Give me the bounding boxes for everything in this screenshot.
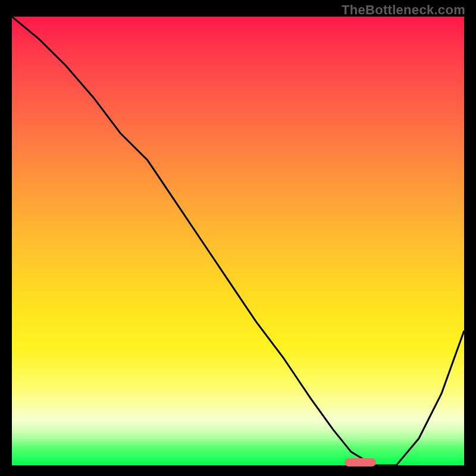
curve-svg bbox=[12, 17, 464, 465]
optimal-marker bbox=[345, 458, 376, 466]
watermark-text: TheBottleneck.com bbox=[342, 2, 465, 18]
plot-area bbox=[12, 17, 464, 465]
chart-frame: TheBottleneck.com bbox=[0, 0, 476, 476]
bottleneck-curve bbox=[12, 17, 464, 465]
